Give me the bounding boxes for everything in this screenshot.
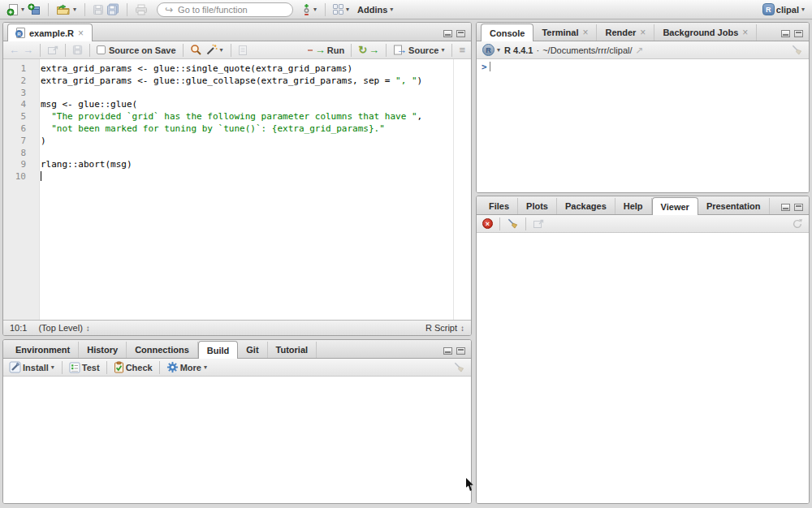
- more-label: More: [180, 363, 201, 372]
- test-list-icon: [69, 362, 80, 373]
- close-icon[interactable]: ×: [742, 27, 748, 38]
- line-number: 10: [3, 171, 34, 183]
- save-button[interactable]: [72, 45, 83, 55]
- chevron-down-icon[interactable]: ▾: [50, 364, 55, 371]
- console-input-area[interactable]: >: [477, 59, 809, 192]
- chevron-down-icon: ▾: [801, 6, 806, 13]
- goto-arrow-icon: ↪: [165, 4, 173, 15]
- install-icon: [9, 361, 21, 373]
- minimize-pane-button[interactable]: [781, 204, 790, 211]
- test-button[interactable]: Test: [69, 362, 100, 373]
- source-on-save-label: Source on Save: [109, 45, 176, 55]
- forward-icon[interactable]: →: [23, 44, 33, 56]
- tab-viewer[interactable]: Viewer: [652, 197, 698, 215]
- source-button[interactable]: → Source ▾: [393, 44, 445, 56]
- maximize-pane-button[interactable]: [794, 204, 803, 211]
- clear-viewer-button[interactable]: [507, 217, 519, 230]
- back-icon[interactable]: ←: [9, 44, 19, 56]
- toolbar-separator: [84, 3, 85, 16]
- tab-connections[interactable]: Connections: [127, 342, 198, 358]
- tab-label: Help: [624, 201, 643, 211]
- tab-history[interactable]: History: [79, 342, 127, 358]
- minimize-pane-button[interactable]: [443, 30, 452, 37]
- workspace-panes-button[interactable]: ▾: [333, 4, 350, 15]
- close-icon[interactable]: ×: [640, 27, 646, 38]
- clear-console-button[interactable]: [791, 44, 803, 56]
- doc-type-selector[interactable]: R Script↕: [425, 323, 464, 333]
- minimize-pane-button[interactable]: [781, 30, 790, 37]
- find-replace-button[interactable]: [190, 44, 202, 56]
- r-version-menu[interactable]: R ▾: [482, 44, 501, 56]
- close-icon[interactable]: ×: [582, 27, 588, 38]
- code-editor[interactable]: 1extra_grid_params <- glue::single_quote…: [3, 59, 471, 320]
- scope-selector[interactable]: (Top Level)↕: [38, 323, 89, 333]
- popout-viewer-button[interactable]: [533, 219, 544, 229]
- chevron-down-icon[interactable]: ▾: [72, 6, 77, 13]
- run-button[interactable]: → Run: [308, 44, 344, 56]
- save-button[interactable]: [93, 4, 104, 15]
- goto-directory-icon[interactable]: ↗: [636, 45, 644, 56]
- install-button[interactable]: Install ▾: [9, 361, 55, 373]
- tab-presentation[interactable]: Presentation: [698, 198, 770, 214]
- tab-plots[interactable]: Plots: [518, 198, 557, 214]
- open-file-button[interactable]: ▾: [56, 4, 77, 15]
- new-file-button[interactable]: ▾: [6, 3, 25, 16]
- tab-render[interactable]: Render×: [597, 24, 654, 41]
- chevron-down-icon[interactable]: ▾: [440, 46, 445, 54]
- popout-window-button[interactable]: [47, 45, 58, 55]
- tab-help[interactable]: Help: [615, 198, 652, 214]
- tab-tutorial[interactable]: Tutorial: [268, 342, 317, 358]
- chevron-down-icon[interactable]: ▾: [203, 364, 208, 371]
- compile-report-button[interactable]: [238, 45, 248, 56]
- goto-file-input[interactable]: [178, 5, 285, 15]
- project-menu[interactable]: R clipal ▾: [762, 3, 806, 15]
- tab-build[interactable]: Build: [198, 341, 239, 359]
- chevron-down-icon[interactable]: ▾: [20, 6, 25, 13]
- tab-files[interactable]: Files: [481, 198, 518, 214]
- more-button[interactable]: More ▾: [166, 361, 208, 373]
- refresh-viewer-button[interactable]: [792, 218, 803, 230]
- maximize-pane-button[interactable]: [794, 30, 803, 37]
- toolbar-separator: [48, 3, 49, 16]
- search-icon: [190, 44, 202, 56]
- tab-example-r[interactable]: R example.R ×: [7, 24, 93, 41]
- print-button[interactable]: [135, 4, 148, 15]
- editor-statusbar: 10:1 (Top Level)↕ R Script↕: [3, 320, 471, 335]
- tab-packages[interactable]: Packages: [557, 198, 615, 214]
- check-label: Check: [126, 363, 153, 372]
- tab-git[interactable]: Git: [238, 342, 267, 358]
- console-prompt: >: [482, 62, 487, 72]
- build-output: [3, 377, 471, 503]
- tab-console[interactable]: Console: [481, 24, 533, 41]
- tab-environment[interactable]: Environment: [7, 342, 79, 358]
- minimize-pane-button[interactable]: [443, 347, 452, 355]
- maximize-pane-button[interactable]: [456, 347, 465, 355]
- source-editor-pane: R example.R × ← → Source on Save ▾: [2, 22, 472, 336]
- tab-background-jobs[interactable]: Background Jobs×: [654, 24, 757, 41]
- rerun-button[interactable]: ↻→: [358, 44, 379, 56]
- console-text-cursor: [490, 62, 490, 71]
- check-button[interactable]: Check: [114, 361, 153, 373]
- tools-pane: EnvironmentHistoryConnectionsBuildGitTut…: [2, 339, 472, 504]
- chevron-down-icon[interactable]: ▾: [313, 6, 317, 13]
- document-outline-icon[interactable]: ≡: [459, 44, 465, 56]
- save-all-button[interactable]: [106, 3, 119, 15]
- chevron-down-icon[interactable]: ▾: [345, 6, 350, 13]
- editor-toolbar: ← → Source on Save ▾ → Run ↻: [3, 41, 471, 59]
- tab-terminal[interactable]: Terminal×: [533, 24, 597, 41]
- line-number: 9: [3, 159, 34, 171]
- close-icon[interactable]: ×: [78, 28, 84, 39]
- report-icon: [238, 45, 248, 56]
- stop-viewer-button[interactable]: ×: [482, 218, 493, 229]
- maximize-pane-button[interactable]: [456, 30, 465, 37]
- chevron-down-icon[interactable]: ▾: [219, 46, 224, 54]
- code-tools-button[interactable]: ▾: [205, 44, 224, 56]
- version-control-button[interactable]: ▾: [302, 3, 317, 16]
- source-on-save-checkbox[interactable]: [97, 45, 106, 54]
- chevron-down-icon: ▾: [496, 46, 501, 54]
- clear-build-button[interactable]: [453, 361, 465, 373]
- addins-menu[interactable]: Addins ▾: [357, 5, 394, 15]
- build-toolbar: Install ▾ Test Check More ▾: [3, 359, 471, 377]
- new-project-button[interactable]: [28, 3, 41, 16]
- new-project-icon: [28, 3, 41, 16]
